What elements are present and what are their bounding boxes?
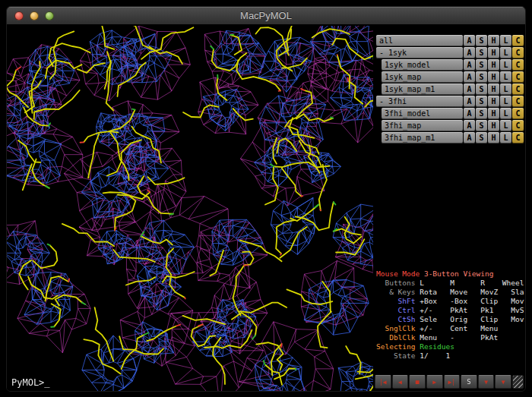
molecular-viewport[interactable]: PyMOL>_ — [7, 26, 373, 392]
mouse-mode-panel: Mouse Mode 3-Button Viewing Buttons L M … — [376, 269, 524, 361]
hide-button[interactable]: H — [488, 35, 499, 46]
zoom-button[interactable] — [45, 11, 54, 20]
object-row-1syk: - 1syk A S H L C — [376, 47, 524, 58]
label-button[interactable]: L — [500, 47, 511, 58]
color-button[interactable]: C — [512, 132, 524, 143]
scene-button[interactable]: S — [461, 375, 477, 389]
hide-button[interactable]: H — [488, 59, 499, 71]
mouse-legend-row: CtSh Sele Orig Clip MovZ — [376, 315, 524, 324]
color-button[interactable]: C — [512, 35, 524, 46]
object-row-3fhi-map: 3fhi_map A S H L C — [376, 120, 524, 131]
object-name-button[interactable]: 3fhi_model — [382, 108, 463, 119]
object-name-button[interactable]: 1syk_model — [382, 59, 463, 71]
object-name-button[interactable]: - 1syk — [376, 47, 463, 58]
mouse-legend-row: Buttons L M R Wheel — [376, 279, 524, 288]
mouse-legend-row: SnglClk +/- Cent Menu — [376, 324, 524, 333]
mouse-legend-row: DblClk Menu - PkAt — [376, 333, 524, 342]
object-name-button[interactable]: all — [376, 35, 463, 46]
close-button[interactable] — [14, 11, 24, 20]
color-button[interactable]: C — [512, 47, 524, 58]
show-button[interactable]: S — [476, 120, 487, 131]
hide-button[interactable]: H — [488, 47, 499, 58]
show-button[interactable]: S — [476, 35, 487, 46]
object-row-1syk-model: 1syk_model A S H L C — [376, 59, 524, 71]
color-button[interactable]: C — [512, 83, 524, 95]
label-button[interactable]: L — [500, 35, 511, 46]
label-button[interactable]: L — [500, 96, 511, 107]
object-name-button[interactable]: 3fhi_map — [382, 120, 463, 131]
skip-start-button[interactable]: |◀ — [375, 375, 391, 389]
color-button[interactable]: C — [512, 120, 524, 131]
action-button[interactable]: A — [464, 47, 475, 58]
internal-gui-panel: all A S H L C - 1syk A S H L C 1syk_mode… — [373, 26, 525, 391]
hide-button[interactable]: H — [488, 108, 499, 119]
action-button[interactable]: A — [464, 120, 475, 131]
show-button[interactable]: S — [476, 96, 487, 107]
viewport-canvas[interactable] — [7, 26, 373, 392]
action-button[interactable]: A — [464, 35, 475, 46]
prompt-cursor: _ — [44, 377, 49, 388]
macpymol-window: MacPyMOL PyMOL>_ all A S H L C - 1syk A … — [6, 6, 526, 392]
color-button[interactable]: C — [512, 108, 524, 119]
window-title: MacPyMOL — [7, 7, 525, 25]
object-name-button[interactable]: 1syk_map_m1 — [382, 83, 463, 95]
hide-button[interactable]: H — [488, 83, 499, 95]
menu-dropdown-button[interactable]: ▼ — [478, 375, 495, 389]
state-row[interactable]: State 1/ 1 — [376, 351, 524, 361]
action-button[interactable]: A — [464, 96, 475, 107]
hide-button[interactable]: H — [488, 71, 499, 83]
action-button[interactable]: A — [464, 71, 475, 83]
mouse-legend-row: & Keys Rota Move MovZ Slab — [376, 288, 524, 297]
color-button[interactable]: C — [512, 59, 524, 71]
selecting-mode-row[interactable]: Selecting Residues — [376, 342, 524, 351]
playback-controls: |◀ ◀ ■ ▶ ▶| S ▼ ▼ — [375, 375, 524, 389]
action-button[interactable]: A — [464, 108, 475, 119]
label-button[interactable]: L — [500, 120, 511, 131]
step-back-button[interactable]: ◀ — [392, 375, 409, 389]
action-button[interactable]: A — [464, 59, 475, 71]
object-row-3fhi: - 3fhi A S H L C — [376, 96, 524, 107]
label-button[interactable]: L — [500, 59, 511, 71]
object-row-1syk-map: 1syk_map A S H L C — [376, 71, 524, 83]
show-button[interactable]: S — [476, 132, 487, 143]
prompt-text: PyMOL> — [11, 377, 44, 388]
minimize-button[interactable] — [30, 11, 39, 20]
object-row-3fhi-map-m1: 3fhi_map_m1 A S H L C — [376, 132, 524, 143]
show-button[interactable]: S — [476, 83, 487, 95]
command-prompt[interactable]: PyMOL>_ — [11, 377, 50, 388]
label-button[interactable]: L — [500, 132, 511, 143]
object-row-all: all A S H L C — [376, 35, 524, 46]
action-button[interactable]: A — [464, 132, 475, 143]
object-name-button[interactable]: 3fhi_map_m1 — [382, 132, 463, 143]
show-button[interactable]: S — [476, 59, 487, 71]
object-name-button[interactable]: 1syk_map — [382, 71, 463, 83]
hide-button[interactable]: H — [488, 132, 499, 143]
mouse-legend-row: ShFt +Box -Box Clip MovS — [376, 297, 524, 306]
skip-end-button[interactable]: ▶| — [444, 375, 461, 389]
hide-button[interactable]: H — [488, 96, 499, 107]
stop-button[interactable]: ■ — [409, 375, 426, 389]
resize-grip[interactable] — [512, 375, 524, 389]
object-name-button[interactable]: - 3fhi — [376, 96, 463, 107]
mouse-mode-title[interactable]: Mouse Mode 3-Button Viewing — [376, 269, 524, 279]
label-button[interactable]: L — [500, 108, 511, 119]
menu-dropdown-button-2[interactable]: ▼ — [495, 375, 511, 389]
titlebar[interactable]: MacPyMOL — [7, 7, 525, 25]
action-button[interactable]: A — [464, 83, 475, 95]
object-row-1syk-map-m1: 1syk_map_m1 A S H L C — [376, 83, 524, 95]
show-button[interactable]: S — [476, 47, 487, 58]
show-button[interactable]: S — [476, 71, 487, 83]
label-button[interactable]: L — [500, 83, 511, 95]
play-button[interactable]: ▶ — [426, 375, 443, 389]
show-button[interactable]: S — [476, 108, 487, 119]
color-button[interactable]: C — [512, 71, 524, 83]
hide-button[interactable]: H — [488, 120, 499, 131]
mouse-legend-row: Ctrl +/- PkAt Pk1 MvSZ — [376, 306, 524, 315]
color-button[interactable]: C — [512, 96, 524, 107]
object-row-3fhi-model: 3fhi_model A S H L C — [376, 108, 524, 119]
label-button[interactable]: L — [500, 71, 511, 83]
